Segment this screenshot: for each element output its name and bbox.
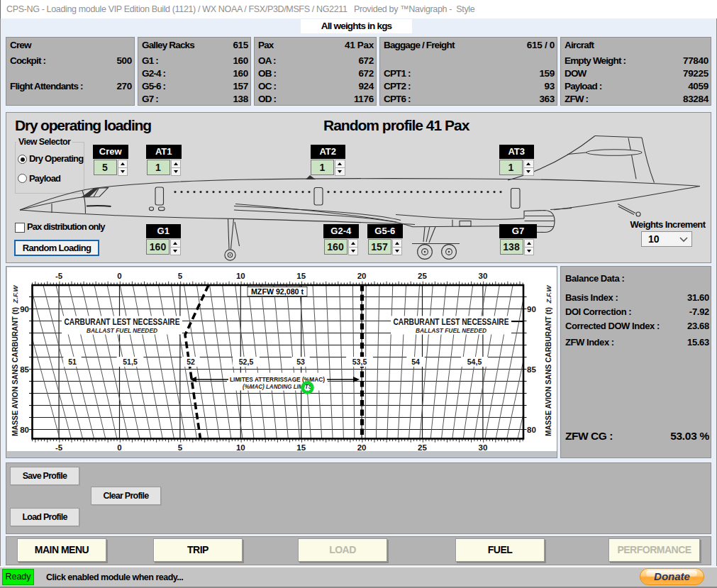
svg-text:Z.F.W: Z.F.W [545, 285, 552, 304]
svg-text:10: 10 [236, 272, 245, 280]
svg-text:-5: -5 [55, 443, 63, 452]
svg-text:BALLAST FUEL NEEDED: BALLAST FUEL NEEDED [87, 327, 157, 334]
svg-text:0: 0 [117, 272, 121, 280]
svg-text:CARBURANT LEST NECESSAIRE: CARBURANT LEST NECESSAIRE [65, 317, 180, 327]
svg-text:25: 25 [418, 272, 427, 280]
svg-text:90: 90 [527, 305, 536, 314]
svg-text:5: 5 [178, 272, 183, 280]
svg-text:10: 10 [236, 443, 245, 452]
svg-text:MASSE AVION SANS CARBURANT (t): MASSE AVION SANS CARBURANT (t) [11, 307, 19, 436]
svg-text:80: 80 [20, 426, 29, 434]
svg-text:0: 0 [117, 443, 121, 452]
svg-text:5: 5 [178, 443, 183, 452]
svg-text:85: 85 [20, 365, 29, 374]
svg-text:80: 80 [527, 426, 536, 434]
svg-text:Z.F.W: Z.F.W [11, 285, 19, 304]
svg-text:15: 15 [296, 443, 306, 452]
svg-text:85: 85 [527, 365, 536, 374]
svg-text:20: 20 [357, 272, 367, 280]
svg-text:25: 25 [418, 443, 427, 452]
svg-text:20: 20 [357, 443, 367, 452]
svg-text:30: 30 [479, 443, 488, 452]
svg-text:MASSE AVION SANS CARBURANT (t): MASSE AVION SANS CARBURANT (t) [544, 307, 552, 436]
svg-text:MZFW 92,080 t: MZFW 92,080 t [251, 288, 304, 296]
svg-text:54: 54 [411, 357, 420, 366]
svg-text:52: 52 [187, 357, 195, 366]
svg-text:53: 53 [296, 357, 305, 366]
svg-text:53,5: 53,5 [352, 357, 367, 366]
svg-text:51,5: 51,5 [123, 357, 138, 366]
svg-text:CARBURANT LEST NECESSAIRE: CARBURANT LEST NECESSAIRE [394, 317, 509, 327]
svg-text:30: 30 [479, 272, 488, 280]
svg-text:-5: -5 [55, 272, 63, 280]
svg-text:51: 51 [68, 357, 77, 366]
svg-text:LIMITES ATTERRISSAGE (%MAC): LIMITES ATTERRISSAGE (%MAC) [230, 375, 325, 383]
svg-text:54,5: 54,5 [467, 357, 482, 366]
svg-text:15: 15 [296, 272, 306, 280]
svg-text:52,5: 52,5 [239, 357, 254, 366]
svg-text:90: 90 [20, 305, 29, 314]
svg-text:BALLAST FUEL NEEDED: BALLAST FUEL NEEDED [416, 327, 487, 334]
